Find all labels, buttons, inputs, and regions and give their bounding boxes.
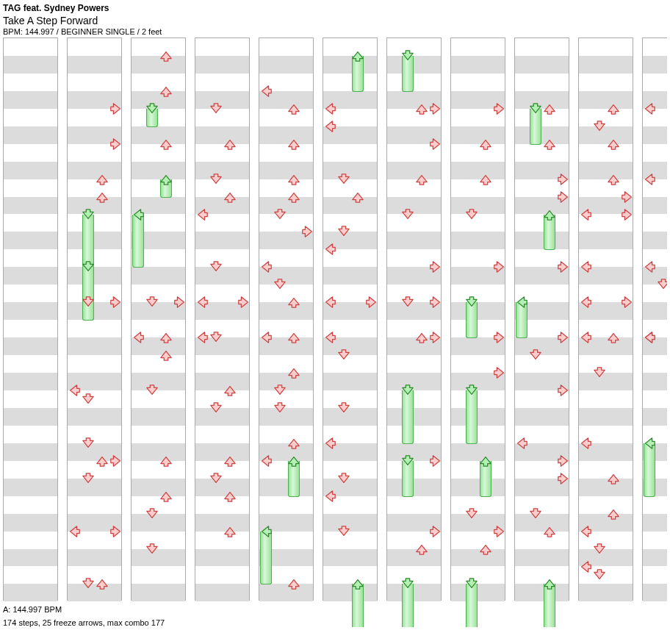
step-arrow xyxy=(145,543,159,556)
step-arrow xyxy=(479,173,492,186)
step-arrow xyxy=(415,102,428,115)
step-arrow xyxy=(621,190,634,204)
step-arrow xyxy=(223,137,237,151)
step-arrow xyxy=(529,102,542,115)
step-arrow xyxy=(529,348,542,362)
step-arrow xyxy=(145,507,159,520)
step-arrow xyxy=(643,260,656,273)
step-arrow xyxy=(96,173,109,186)
step-arrow xyxy=(579,208,592,221)
step-arrow xyxy=(479,543,492,556)
step-arrow xyxy=(259,331,273,344)
step-arrow xyxy=(82,393,95,406)
step-arrow xyxy=(643,173,656,186)
step-arrow xyxy=(273,401,287,415)
step-arrow xyxy=(429,525,442,538)
step-arrow xyxy=(557,454,570,468)
step-arrow xyxy=(195,331,209,344)
step-arrow xyxy=(323,296,336,309)
step-arrow xyxy=(159,85,173,98)
step-arrow xyxy=(415,173,428,186)
step-arrow xyxy=(109,102,123,115)
step-arrow xyxy=(323,490,336,503)
chart-column xyxy=(259,37,314,601)
step-arrow xyxy=(173,296,187,309)
step-arrow xyxy=(209,173,223,186)
chart-column xyxy=(386,37,442,601)
step-arrow xyxy=(96,190,109,204)
step-arrow xyxy=(209,331,223,344)
step-arrow xyxy=(159,331,173,344)
step-arrow xyxy=(579,525,592,538)
step-arrow xyxy=(223,490,237,503)
step-arrow xyxy=(351,49,364,62)
step-arrow xyxy=(607,331,620,344)
step-arrow xyxy=(337,173,350,186)
step-arrow xyxy=(429,296,442,309)
step-arrow xyxy=(593,568,606,582)
step-arrow xyxy=(159,173,173,186)
bpm-footer: A: 144.997 BPM xyxy=(3,605,667,614)
step-arrow xyxy=(96,577,109,590)
step-arrow xyxy=(543,577,556,590)
step-arrow xyxy=(287,173,300,186)
step-arrow xyxy=(259,85,273,98)
step-arrow xyxy=(429,454,442,468)
step-arrow xyxy=(195,296,209,309)
hold-body xyxy=(466,390,478,444)
step-arrow xyxy=(337,472,350,485)
step-arrow xyxy=(323,331,336,344)
step-arrow xyxy=(515,296,528,309)
step-arrow xyxy=(465,296,478,309)
step-arrow xyxy=(259,454,273,468)
step-arrow xyxy=(287,366,300,379)
step-arrow xyxy=(493,260,506,273)
step-arrow xyxy=(323,102,336,115)
step-arrow xyxy=(159,490,173,503)
step-arrow xyxy=(287,454,300,468)
step-arrow xyxy=(479,137,492,151)
step-arrow xyxy=(607,507,620,520)
step-arrow xyxy=(287,190,300,204)
step-arrow xyxy=(643,102,656,115)
step-arrow xyxy=(543,102,556,115)
chart-column xyxy=(642,37,667,601)
chart-meta: BPM: 144.997 / BEGINNER SINGLE / 2 feet xyxy=(3,27,667,36)
step-arrow xyxy=(493,331,506,344)
step-arrow xyxy=(429,137,442,151)
step-arrow xyxy=(323,437,336,450)
step-arrow xyxy=(82,577,95,590)
step-arrow xyxy=(493,525,506,538)
chart-column: A xyxy=(3,37,58,601)
step-arrow xyxy=(237,296,251,309)
step-arrow xyxy=(209,102,223,115)
chart-column xyxy=(578,37,633,601)
step-arrow xyxy=(259,525,273,538)
step-arrow xyxy=(593,366,606,379)
step-arrow xyxy=(465,384,478,397)
step-arrow xyxy=(365,296,378,309)
step-arrow xyxy=(621,296,634,309)
step-arrow xyxy=(82,260,95,273)
step-arrow xyxy=(579,437,592,450)
step-arrow xyxy=(429,260,442,273)
step-arrow xyxy=(657,278,667,291)
hold-body xyxy=(260,532,272,585)
step-arrow xyxy=(621,208,634,221)
step-arrow xyxy=(223,384,237,397)
step-arrow xyxy=(643,437,656,450)
step-arrow xyxy=(529,507,542,520)
step-arrow xyxy=(132,208,145,221)
step-arrow xyxy=(96,454,109,468)
step-arrow xyxy=(323,243,336,256)
chart-column xyxy=(195,37,250,601)
step-arrow xyxy=(465,208,478,221)
step-arrow xyxy=(337,401,350,415)
step-arrow xyxy=(429,102,442,115)
step-arrow xyxy=(479,454,492,468)
step-arrow xyxy=(159,137,173,151)
step-arrow xyxy=(109,137,123,151)
step-arrow xyxy=(401,49,414,62)
step-arrow xyxy=(543,137,556,151)
step-arrow xyxy=(287,437,300,450)
